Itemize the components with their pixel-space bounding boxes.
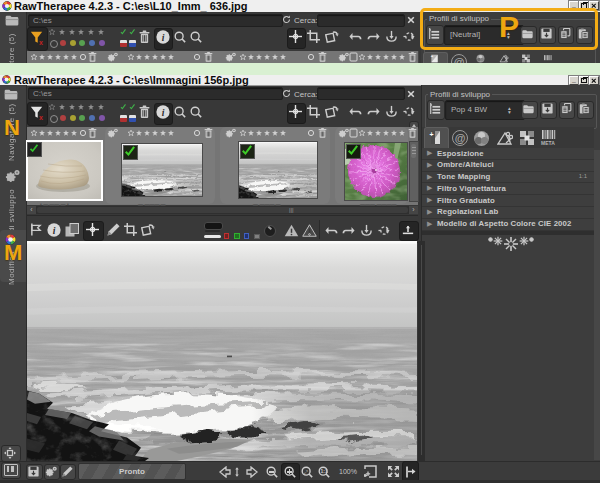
svg-text:_: _: [435, 138, 440, 145]
svg-text:+: +: [430, 131, 434, 138]
